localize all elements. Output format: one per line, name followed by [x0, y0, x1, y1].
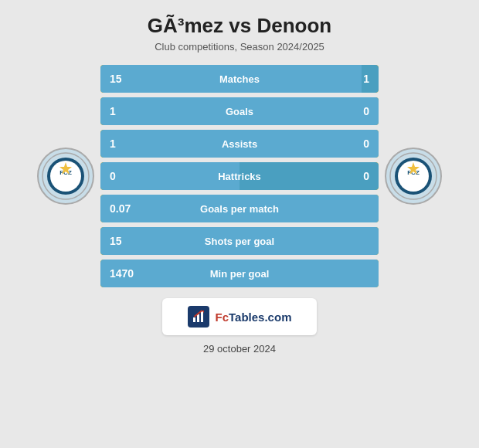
stat-row: 15Matches1 [100, 65, 379, 93]
stat-value-left: 1 [110, 137, 116, 150]
page-subtitle: Club competitions, Season 2024/2025 [155, 41, 324, 53]
svg-rect-10 [193, 317, 195, 322]
stat-row: 0.07Goals per match [100, 195, 379, 222]
stat-label-center: Goals [226, 106, 253, 117]
badge-right: FCZ [379, 148, 448, 205]
stats-area: 15Matches11Goals01Assists00Hattricks00.0… [100, 65, 379, 287]
stat-row: 15Shots per goal [100, 227, 379, 255]
stat-value-left: 0 [110, 170, 116, 182]
stat-label-center: Min per goal [210, 268, 270, 280]
page-container: GÃ³mez vs Denoon Club competitions, Seas… [0, 0, 479, 448]
stat-row: 0Hattricks0 [100, 162, 379, 190]
fctables-brand: FcTables.com [216, 311, 292, 324]
stat-value-left: 0.07 [110, 202, 131, 215]
stat-value-left: 1470 [110, 267, 134, 280]
team-badge-left: FCZ [37, 148, 94, 205]
stat-value-left: 15 [110, 235, 122, 247]
fctables-icon [188, 306, 209, 328]
stat-value-right: 0 [363, 137, 369, 150]
page-title: GÃ³mez vs Denoon [148, 14, 331, 38]
badge-left: FCZ [31, 148, 100, 205]
stat-label-center: Hattricks [218, 171, 261, 182]
stat-label-center: Goals per match [200, 203, 279, 215]
stat-label-center: Assists [222, 138, 257, 150]
svg-rect-12 [201, 311, 203, 322]
stat-row: 1Goals0 [100, 97, 379, 125]
stat-value-right: 0 [363, 105, 369, 117]
stat-row: 1Assists0 [100, 130, 379, 158]
stat-label-center: Shots per goal [205, 236, 274, 247]
stat-value-left: 15 [110, 73, 122, 85]
fctables-banner[interactable]: FcTables.com [162, 298, 317, 335]
stat-row: 1470Min per goal [100, 260, 379, 287]
comparison-area: FCZ 15Matches11Goals01Assists00Hattricks… [8, 65, 471, 287]
team-badge-right: FCZ [385, 148, 442, 205]
stat-label-center: Matches [219, 73, 260, 85]
footer-date: 29 october 2024 [203, 343, 276, 355]
stat-value-left: 1 [110, 105, 116, 117]
stat-value-right: 0 [363, 170, 369, 182]
svg-rect-11 [197, 314, 199, 322]
stat-value-right: 1 [363, 73, 369, 85]
